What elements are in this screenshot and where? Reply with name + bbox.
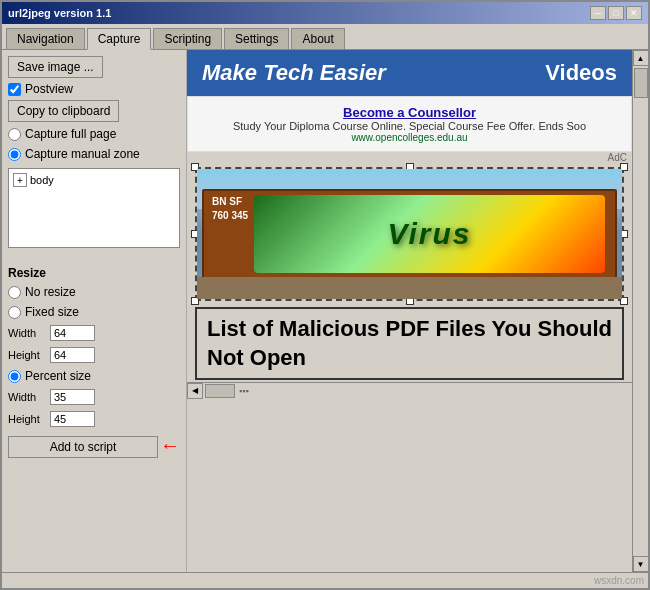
resize-section-label: Resize (8, 266, 180, 280)
scroll-down-arrow[interactable]: ▼ (633, 556, 649, 572)
no-resize-row: No resize (8, 285, 180, 299)
vscroll-thumb[interactable] (634, 68, 648, 98)
ad-section: Become a Counsellor Study Your Diploma C… (187, 96, 632, 152)
article-capture-zone: List of Malicious PDF Files You Should N… (195, 307, 624, 380)
fixed-size-radio[interactable] (8, 306, 21, 319)
browser-main: Make Tech Easier Videos Become a Counsel… (187, 50, 632, 572)
hscroll-thumb[interactable] (205, 384, 235, 398)
percent-height-label: Height (8, 413, 46, 425)
capture-manual-label: Capture manual zone (25, 147, 140, 161)
horizontal-scrollbar[interactable]: ◀ ▪▪▪ (187, 382, 632, 398)
title-bar: url2jpeg version 1.1 ─ □ ✕ (2, 2, 648, 24)
element-tree: + body (8, 168, 180, 248)
save-image-button[interactable]: Save image ... (8, 56, 103, 78)
postview-checkbox[interactable] (8, 83, 21, 96)
status-bar: wsxdn.com (2, 572, 648, 588)
ad-label-text: AdC (187, 152, 632, 163)
percent-height-input[interactable] (50, 411, 95, 427)
width-label: Width (8, 327, 46, 339)
tab-navigation[interactable]: Navigation (6, 28, 85, 49)
capture-border: BN SF 760 345 Virus (195, 167, 624, 301)
ad-url: www.opencolleges.edu.au (203, 132, 616, 143)
add-to-script-button[interactable]: Add to script (8, 436, 158, 458)
title-bar-text: url2jpeg version 1.1 (8, 7, 111, 19)
postview-label: Postview (25, 82, 73, 96)
graffiti-area: Virus (254, 195, 605, 273)
capture-manual-row: Capture manual zone (8, 147, 180, 161)
capture-manual-radio[interactable] (8, 148, 21, 161)
percent-width-row: Width (8, 389, 180, 405)
height-label: Height (8, 349, 46, 361)
fixed-height-row: Height (8, 347, 180, 363)
main-content: Save image ... Postview Copy to clipboar… (2, 50, 648, 572)
add-btn-row: Add to script ← (8, 432, 180, 458)
fixed-width-input[interactable] (50, 325, 95, 341)
article-title: List of Malicious PDF Files You Should N… (207, 315, 612, 372)
site-title: Make Tech Easier (202, 60, 386, 86)
tree-body-label: body (30, 174, 54, 186)
no-resize-radio[interactable] (8, 286, 21, 299)
fixed-height-input[interactable] (50, 347, 95, 363)
no-resize-label: No resize (25, 285, 76, 299)
percent-width-input[interactable] (50, 389, 95, 405)
capture-full-radio[interactable] (8, 128, 21, 141)
capture-zone-wrapper: BN SF 760 345 Virus (195, 167, 624, 301)
percent-size-label: Percent size (25, 369, 91, 383)
arrow-icon: ← (160, 434, 180, 457)
train-image: BN SF 760 345 Virus (197, 169, 622, 299)
credit-text: wsxdn.com (594, 575, 644, 586)
copy-clipboard-button[interactable]: Copy to clipboard (8, 100, 119, 122)
tree-expand-btn[interactable]: + (13, 173, 27, 187)
maximize-button[interactable]: □ (608, 6, 624, 20)
close-button[interactable]: ✕ (626, 6, 642, 20)
left-panel: Save image ... Postview Copy to clipboar… (2, 50, 187, 572)
tab-bar: Navigation Capture Scripting Settings Ab… (2, 24, 648, 50)
scroll-left-arrow[interactable]: ◀ (187, 383, 203, 399)
ad-text: Study Your Diploma Course Online. Specia… (203, 120, 616, 132)
fixed-size-label: Fixed size (25, 305, 79, 319)
capture-full-label: Capture full page (25, 127, 116, 141)
fixed-width-row: Width (8, 325, 180, 341)
tab-scripting[interactable]: Scripting (153, 28, 222, 49)
tab-about[interactable]: About (291, 28, 344, 49)
postview-row: Postview (8, 82, 180, 96)
ad-link[interactable]: Become a Counsellor (343, 105, 476, 120)
train-label-top: BN SF 760 345 (212, 195, 248, 223)
site-nav-videos[interactable]: Videos (545, 60, 617, 86)
tab-capture[interactable]: Capture (87, 28, 152, 50)
tab-settings[interactable]: Settings (224, 28, 289, 49)
main-window: url2jpeg version 1.1 ─ □ ✕ Navigation Ca… (0, 0, 650, 590)
percent-width-label: Width (8, 391, 46, 403)
capture-full-row: Capture full page (8, 127, 180, 141)
tree-body-item: + body (13, 173, 175, 187)
vertical-scrollbar[interactable]: ▲ ▼ (632, 50, 648, 572)
right-area: Make Tech Easier Videos Become a Counsel… (187, 50, 648, 572)
scroll-up-arrow[interactable]: ▲ (633, 50, 649, 66)
graffiti-text: Virus (388, 217, 472, 251)
percent-height-row: Height (8, 411, 180, 427)
title-bar-controls: ─ □ ✕ (590, 6, 642, 20)
site-header: Make Tech Easier Videos (187, 50, 632, 96)
percent-size-row: Percent size (8, 369, 180, 383)
train-car-body: BN SF 760 345 Virus (202, 189, 617, 279)
percent-size-radio[interactable] (8, 370, 21, 383)
minimize-button[interactable]: ─ (590, 6, 606, 20)
fixed-size-row: Fixed size (8, 305, 180, 319)
train-rails (197, 277, 622, 299)
scroll-dots: ▪▪▪ (239, 386, 249, 396)
